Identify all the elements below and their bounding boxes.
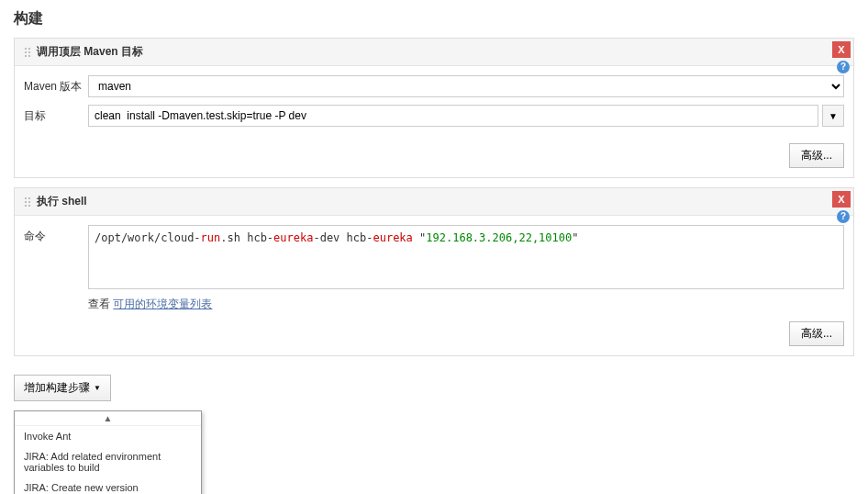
help-icon[interactable]: ? [837, 61, 850, 73]
dropdown-item-jira-env[interactable]: JIRA: Add related environment variables … [15, 446, 201, 477]
drag-handle-icon[interactable] [24, 196, 31, 208]
add-build-step-button[interactable]: 增加构建步骤 ▼ [14, 375, 111, 401]
help-icon[interactable]: ? [837, 210, 850, 223]
scroll-up-icon[interactable]: ▲ [15, 411, 201, 426]
maven-version-select[interactable]: maven [88, 75, 844, 97]
maven-section-header[interactable]: 调用顶层 Maven 目标 [15, 39, 853, 66]
shell-advanced-button[interactable]: 高级... [789, 321, 844, 346]
expand-goals-button[interactable]: ▼ [822, 105, 844, 127]
delete-shell-button[interactable]: X [832, 191, 851, 208]
caret-down-icon: ▼ [94, 384, 101, 392]
drag-handle-icon[interactable] [24, 47, 31, 58]
env-link-prefix: 查看 [88, 298, 113, 310]
shell-command-textarea[interactable]: /opt/work/cloud-run.sh hcb-eureka-dev hc… [88, 225, 844, 289]
dropdown-item-invoke-ant[interactable]: Invoke Ant [15, 426, 201, 446]
add-step-dropdown: ▲ Invoke Ant JIRA: Add related environme… [14, 410, 202, 494]
shell-section: X ? 执行 shell 命令 /opt/work/cloud-run.sh h… [14, 187, 854, 356]
shell-command-label: 命令 [24, 225, 88, 244]
page-title: 构建 [0, 0, 868, 38]
dropdown-item-jira-version[interactable]: JIRA: Create new version [15, 477, 201, 494]
maven-goals-input[interactable] [88, 105, 818, 127]
maven-section: X ? 调用顶层 Maven 目标 Maven 版本 maven 目标 ▼ 高级… [14, 38, 854, 178]
shell-section-header[interactable]: 执行 shell [15, 188, 853, 216]
env-variables-link[interactable]: 可用的环境变量列表 [113, 298, 212, 310]
maven-version-label: Maven 版本 [24, 75, 88, 95]
delete-maven-button[interactable]: X [832, 41, 851, 58]
maven-advanced-button[interactable]: 高级... [789, 143, 844, 168]
maven-goals-label: 目标 [24, 105, 88, 124]
maven-section-title: 调用顶层 Maven 目标 [37, 44, 143, 60]
shell-section-title: 执行 shell [37, 194, 87, 209]
